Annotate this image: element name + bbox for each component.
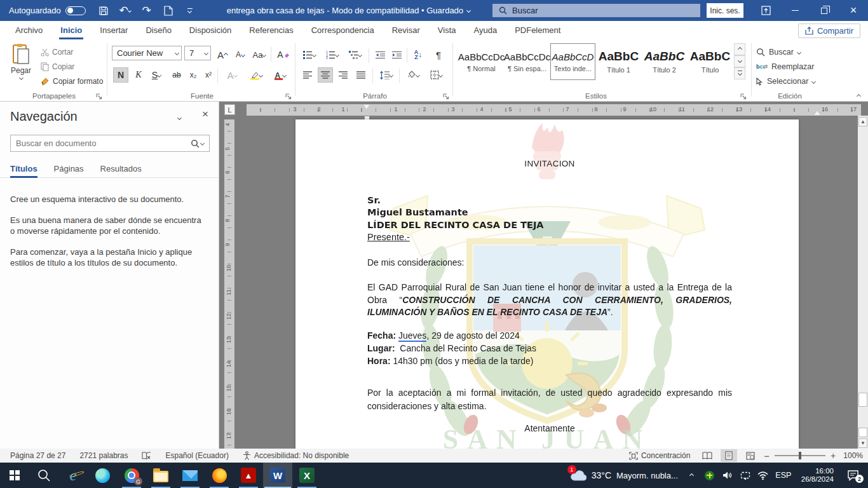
start-button[interactable] — [0, 463, 29, 488]
font-dialog-launcher-icon[interactable] — [285, 93, 292, 100]
align-center-button[interactable] — [318, 67, 333, 83]
grow-font-button[interactable]: A — [215, 47, 230, 62]
font-color-button[interactable]: A — [269, 67, 291, 83]
tab-vista[interactable]: Vista — [429, 21, 465, 39]
autosave-toggle[interactable] — [65, 6, 86, 15]
nav-tab-paginas[interactable]: Páginas — [54, 160, 84, 177]
change-case-button[interactable]: Aa — [252, 47, 267, 62]
excel-button[interactable]: X — [292, 463, 322, 488]
ribbon-display-options-button[interactable] — [751, 0, 780, 21]
tab-pdfelement[interactable]: PDFelement — [506, 21, 569, 39]
edge-button[interactable] — [88, 463, 117, 488]
clear-formatting-button[interactable]: A — [276, 47, 291, 62]
save-icon[interactable] — [96, 3, 111, 18]
tab-ayuda[interactable]: Ayuda — [465, 21, 506, 39]
v-ruler[interactable]: 4567891011121314151617 — [224, 119, 234, 449]
tab-diseno[interactable]: Diseño — [137, 21, 180, 39]
style-texto-independiente[interactable]: AaBbCcD Texto inde... — [550, 43, 595, 80]
sign-in-button[interactable]: Inic. ses. — [707, 3, 743, 18]
cut-button[interactable]: Cortar — [41, 45, 73, 59]
find-button[interactable]: Buscar — [756, 46, 801, 58]
tab-correspondencia[interactable]: Correspondencia — [302, 21, 383, 39]
word-button[interactable]: W — [263, 463, 292, 488]
subscript-button[interactable]: x₂ — [186, 67, 201, 83]
language-indicator[interactable]: Español (Ecuador) — [161, 449, 232, 463]
bold-button[interactable]: N — [113, 67, 128, 83]
borders-button[interactable] — [426, 67, 446, 83]
weather-widget[interactable]: 1 33°C Mayorm. nubla... — [564, 463, 684, 488]
zoom-in-button[interactable]: + — [831, 451, 836, 461]
tray-expand-chevron-icon[interactable] — [684, 463, 700, 488]
restore-button[interactable] — [810, 0, 839, 21]
strikethrough-button[interactable]: ab — [169, 67, 184, 83]
styles-dialog-launcher-icon[interactable] — [740, 93, 747, 100]
format-painter-button[interactable]: Copiar formato — [41, 74, 103, 88]
web-layout-button[interactable] — [742, 449, 759, 462]
scroll-up-arrow[interactable]: ▲ — [858, 117, 867, 126]
document-page[interactable]: 7 — [295, 119, 799, 449]
italic-button[interactable]: K — [131, 67, 146, 83]
navigation-search-icon[interactable] — [191, 139, 200, 148]
vertical-scrollbar[interactable]: ▲ ▼ — [858, 116, 868, 449]
new-document-icon[interactable] — [161, 3, 176, 18]
taskbar-search-button[interactable] — [29, 463, 58, 488]
align-left-button[interactable] — [300, 67, 315, 83]
styles-scroll-down-button[interactable] — [734, 55, 745, 67]
first-line-indent-marker[interactable] — [363, 105, 370, 109]
redo-button[interactable]: ↷ — [139, 3, 154, 18]
h-ruler[interactable]: 32112345678910111213141617 — [247, 104, 861, 116]
line-spacing-button[interactable] — [376, 67, 397, 83]
scrollbar-page-button[interactable] — [858, 428, 867, 437]
text-effects-button[interactable]: A — [221, 67, 243, 83]
nav-tab-resultados[interactable]: Resultados — [100, 160, 142, 177]
style-sin-espacio[interactable]: AaBbCcDc ¶ Sin espa... — [505, 43, 550, 80]
shading-button[interactable] — [403, 67, 423, 83]
nav-tab-titulos[interactable]: Títulos — [10, 160, 37, 177]
customize-qat-icon[interactable] — [182, 3, 198, 18]
sort-button[interactable]: A Z ↓ — [410, 47, 426, 62]
close-button[interactable]: × — [839, 0, 868, 21]
tab-insertar[interactable]: Insertar — [91, 21, 137, 39]
letter-body[interactable]: INVITACION Sr. Miguel Bustamante LÍDER D… — [367, 158, 732, 435]
navigation-search-box[interactable] — [10, 135, 210, 152]
style-titulo-2[interactable]: AaBbC Título 2 — [642, 43, 687, 80]
document-title[interactable]: entrega obra casa de tejas - Modo de com… — [227, 6, 470, 15]
shrink-font-button[interactable]: A — [233, 47, 248, 62]
navigation-search-input[interactable] — [11, 139, 191, 148]
firefox-button[interactable] — [205, 463, 234, 488]
increase-indent-button[interactable] — [389, 47, 404, 62]
superscript-button[interactable]: x² — [201, 67, 216, 83]
acrobat-button[interactable]: ▲ — [234, 463, 263, 488]
paste-button[interactable]: Pegar — [5, 43, 37, 90]
scroll-down-arrow[interactable]: ▼ — [858, 438, 867, 448]
word-count[interactable]: 2721 palabras — [76, 449, 132, 463]
select-button[interactable]: Seleccionar — [756, 75, 815, 88]
collapse-ribbon-button[interactable] — [857, 90, 860, 99]
language-indicator-tray[interactable]: ESP — [773, 463, 794, 488]
zoom-out-button[interactable]: − — [764, 451, 770, 461]
tab-archivo[interactable]: Archivo — [6, 21, 51, 39]
decrease-indent-button[interactable] — [372, 47, 388, 62]
minimize-button[interactable] — [780, 0, 810, 21]
font-family-combobox[interactable]: Courier New — [112, 46, 182, 60]
align-right-button[interactable] — [336, 67, 351, 83]
styles-gallery-expand-button[interactable] — [734, 67, 745, 79]
read-mode-button[interactable] — [699, 449, 715, 462]
internet-explorer-button[interactable]: e — [58, 463, 88, 488]
saved-state-chevron-icon[interactable] — [466, 8, 471, 13]
tab-selector[interactable]: L — [224, 104, 235, 115]
underline-button[interactable]: S — [146, 67, 166, 83]
tab-revisar[interactable]: Revisar — [383, 21, 429, 39]
style-titulo[interactable]: AaBbC Título — [688, 43, 733, 80]
multilevel-list-button[interactable] — [346, 47, 365, 62]
tab-referencias[interactable]: Referencias — [240, 21, 302, 39]
right-indent-marker[interactable] — [814, 111, 820, 115]
proofing-status[interactable] — [138, 449, 155, 463]
print-layout-button[interactable] — [721, 449, 737, 462]
office-search-box[interactable]: Buscar — [492, 4, 700, 17]
paragraph-dialog-launcher-icon[interactable] — [442, 93, 450, 100]
replace-button[interactable]: bc⇄ Reemplazar — [756, 60, 814, 73]
highlight-color-button[interactable] — [245, 67, 267, 83]
clock[interactable]: 16:00 26/8/2024 — [796, 467, 839, 484]
navigation-pane-collapse-icon[interactable] — [178, 112, 181, 123]
